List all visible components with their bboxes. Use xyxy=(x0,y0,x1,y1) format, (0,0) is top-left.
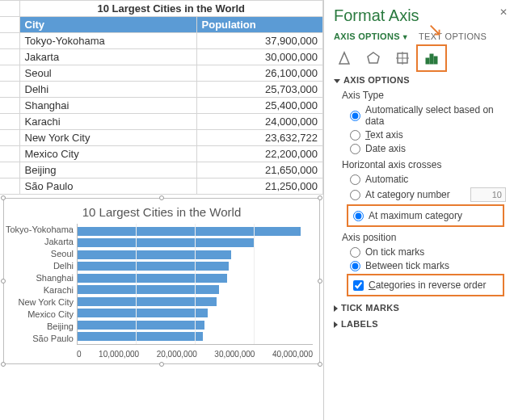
table-title: 10 Largest Cities in the World xyxy=(19,1,323,17)
cell-city[interactable]: Shanghai xyxy=(19,98,196,114)
cell-city[interactable]: Tokyo-Yokohama xyxy=(19,33,196,49)
cell-pop[interactable]: 21,250,000 xyxy=(196,178,322,195)
bar[interactable] xyxy=(78,309,209,317)
cell-pop[interactable]: 22,200,000 xyxy=(196,146,322,162)
bar[interactable] xyxy=(78,274,227,283)
chart-plot-area[interactable] xyxy=(77,224,313,345)
cell-pop[interactable]: 30,000,000 xyxy=(196,49,322,65)
svg-rect-4 xyxy=(434,57,437,64)
bar[interactable] xyxy=(78,297,217,306)
check-reverse-order[interactable]: Categories in reverse order xyxy=(353,279,501,291)
crosses-number-input[interactable] xyxy=(470,187,506,202)
y-tick-label: Jakarta xyxy=(6,236,74,248)
radio-pos-on[interactable]: On tick marks xyxy=(350,246,506,258)
section-labels[interactable]: LABELS xyxy=(334,319,506,329)
col-header-pop[interactable]: Population xyxy=(196,17,322,33)
bar[interactable] xyxy=(78,262,229,271)
radio-crosses-auto[interactable]: Automatic xyxy=(350,174,506,185)
y-tick-label: New York City xyxy=(6,296,74,309)
y-tick-label: Beijing xyxy=(6,321,74,333)
y-tick-label: Seoul xyxy=(6,248,74,260)
callout-at-max: At maximum category xyxy=(347,204,504,227)
cell-city[interactable]: Beijing xyxy=(19,162,196,178)
crosses-label: Horizontal axis crosses xyxy=(342,159,506,170)
x-tick-label: 0 xyxy=(77,350,82,359)
effects-icon[interactable] xyxy=(363,49,384,67)
cell-city[interactable]: Jakarta xyxy=(19,49,196,65)
callout-reverse: Categories in reverse order xyxy=(347,274,504,296)
worksheet-and-chart: 10 Largest Cities in the World City Popu… xyxy=(0,0,323,420)
axis-type-label: Axis Type xyxy=(342,90,506,101)
radio-axis-text[interactable]: Text axis xyxy=(350,129,506,141)
chart-y-axis[interactable]: Tokyo-YokohamaJakartaSeoulDelhiShanghaiK… xyxy=(6,224,77,345)
chart-title[interactable]: 10 Largest Cities in the World xyxy=(4,199,319,224)
cell-city[interactable]: Seoul xyxy=(19,65,196,82)
y-tick-label: Tokyo-Yokohama xyxy=(6,224,74,236)
size-properties-icon[interactable] xyxy=(392,49,413,67)
radio-axis-auto[interactable]: Automatically select based on data xyxy=(350,104,506,127)
y-tick-label: Karachi xyxy=(6,284,74,296)
bar[interactable] xyxy=(78,250,231,259)
data-table: 10 Largest Cities in the World City Popu… xyxy=(0,0,323,195)
cell-city[interactable]: Delhi xyxy=(19,82,196,98)
x-tick-label: 20,000,000 xyxy=(157,350,197,359)
bar[interactable] xyxy=(78,227,301,236)
x-tick-label: 30,000,000 xyxy=(214,350,255,359)
x-tick-label: 40,000,000 xyxy=(272,350,313,359)
section-axis-options[interactable]: AXIS OPTIONS xyxy=(334,75,506,85)
x-tick-label: 10,000,000 xyxy=(99,350,139,359)
tab-axis-options[interactable]: AXIS OPTIONS▼ xyxy=(334,32,409,41)
svg-marker-0 xyxy=(368,52,379,63)
y-tick-label: Delhi xyxy=(6,260,74,272)
format-axis-pane: ✕ Format Axis ↘ AXIS OPTIONS▼ TEXT OPTIO… xyxy=(323,0,514,420)
fill-line-icon[interactable] xyxy=(334,49,355,67)
cell-pop[interactable]: 24,000,000 xyxy=(196,114,322,130)
axis-options-chart-icon[interactable] xyxy=(421,49,442,67)
bar[interactable] xyxy=(78,332,203,341)
cell-city[interactable]: Karachi xyxy=(19,114,196,130)
radio-pos-between[interactable]: Between tick marks xyxy=(350,260,506,271)
cell-pop[interactable]: 23,632,722 xyxy=(196,130,322,146)
cell-pop[interactable]: 25,400,000 xyxy=(196,98,322,114)
cell-city[interactable]: New York City xyxy=(19,130,196,146)
y-tick-label: Mexico City xyxy=(6,309,74,321)
bar[interactable] xyxy=(78,285,219,294)
col-header-city[interactable]: City xyxy=(19,17,196,33)
svg-rect-3 xyxy=(430,54,433,64)
close-icon[interactable]: ✕ xyxy=(499,6,508,18)
tab-text-options[interactable]: TEXT OPTIONS xyxy=(419,32,487,41)
radio-crosses-at-max[interactable]: At maximum category xyxy=(353,210,501,221)
bar[interactable] xyxy=(78,238,254,247)
y-tick-label: Shanghai xyxy=(6,272,74,284)
cell-pop[interactable]: 26,100,000 xyxy=(196,65,322,82)
bar[interactable] xyxy=(78,321,205,330)
option-icon-row xyxy=(334,49,506,67)
cell-city[interactable]: Mexico City xyxy=(19,146,196,162)
cell-city[interactable]: São Paulo xyxy=(19,178,196,195)
radio-axis-date[interactable]: Date axis xyxy=(350,143,506,154)
pane-title: Format Axis xyxy=(334,5,419,28)
cell-pop[interactable]: 37,900,000 xyxy=(196,33,322,49)
section-tick-marks[interactable]: TICK MARKS xyxy=(334,303,506,313)
radio-crosses-at-num[interactable]: At category number xyxy=(350,187,506,202)
cell-pop[interactable]: 25,703,000 xyxy=(196,82,322,98)
position-label: Axis position xyxy=(342,232,506,243)
chart-container[interactable]: 10 Largest Cities in the World Tokyo-Yok… xyxy=(3,198,320,364)
cell-pop[interactable]: 21,650,000 xyxy=(196,162,322,178)
y-tick-label: São Paulo xyxy=(6,333,74,345)
svg-rect-2 xyxy=(426,58,429,64)
